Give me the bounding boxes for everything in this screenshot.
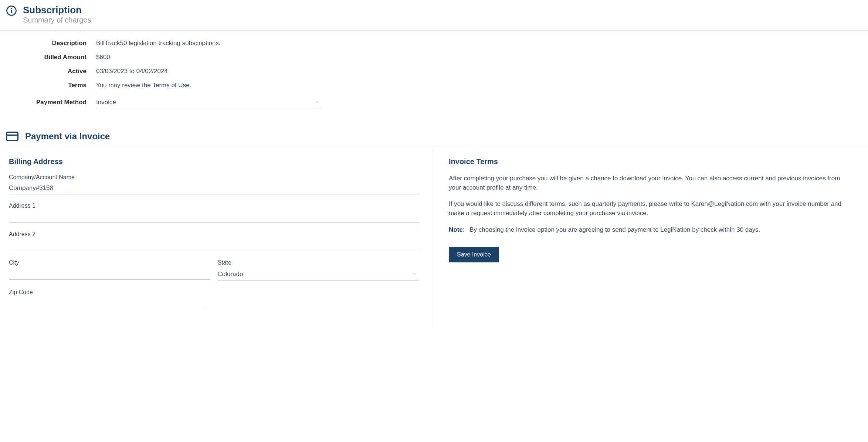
billed-amount-value: $600 (96, 54, 110, 61)
active-label: Active (0, 68, 96, 75)
info-icon (6, 5, 17, 16)
invoice-terms-title: Invoice Terms (449, 157, 853, 166)
page-subtitle: Summary of charges (23, 16, 91, 24)
zip-label: Zip Code (9, 289, 206, 296)
terms-label: Terms (0, 82, 96, 89)
page-title: Subscription (23, 4, 91, 16)
active-value: 03/03/2023 to 04/02/2024 (96, 68, 168, 75)
subscription-header: Subscription Summary of charges (0, 0, 868, 31)
city-label: City (9, 259, 210, 266)
save-invoice-button[interactable]: Save Invoice (449, 247, 499, 262)
payment-method-label: Payment Method (0, 99, 96, 106)
billed-amount-label: Billed Amount (0, 54, 96, 61)
state-label: State (218, 259, 419, 266)
company-name-label: Company/Account Name (9, 174, 419, 181)
city-input[interactable] (9, 268, 210, 280)
invoice-terms-column: Invoice Terms After completing your purc… (434, 147, 868, 328)
billing-address-column: Billing Address Company/Account Name Add… (0, 147, 434, 328)
address1-input[interactable] (9, 211, 419, 223)
invoice-terms-para2: If you would like to discuss different t… (449, 200, 853, 218)
svg-rect-3 (7, 132, 18, 140)
payment-section-title: Payment via Invoice (25, 131, 110, 142)
invoice-terms-note: Note: By choosing the invoice option you… (449, 225, 853, 235)
svg-point-2 (11, 8, 12, 9)
summary-block: Description BillTrack50 legislation trac… (0, 31, 868, 126)
address2-label: Address 2 (9, 231, 419, 238)
payment-header: Payment via Invoice (0, 126, 868, 147)
invoice-terms-para1: After completing your purchase you will … (449, 174, 853, 192)
terms-value: You may review the Terms of Use. (96, 82, 191, 89)
company-name-input[interactable] (9, 182, 419, 194)
terms-of-use-link[interactable]: Terms of Use (152, 82, 189, 89)
credit-card-icon (6, 132, 18, 141)
description-value: BillTrack50 legislation tracking subscri… (96, 40, 221, 47)
address1-label: Address 1 (9, 203, 419, 209)
description-label: Description (0, 40, 96, 47)
state-select[interactable]: Colorado (218, 268, 419, 280)
payment-method-select[interactable]: Invoice (96, 96, 322, 109)
terms-prefix: You may review the (96, 82, 152, 89)
note-label: Note: (449, 226, 465, 233)
billing-address-title: Billing Address (9, 157, 419, 166)
zip-input[interactable] (9, 297, 206, 309)
note-text: By choosing the invoice option you are a… (469, 226, 760, 233)
address2-input[interactable] (9, 239, 419, 251)
terms-suffix: . (190, 82, 191, 89)
